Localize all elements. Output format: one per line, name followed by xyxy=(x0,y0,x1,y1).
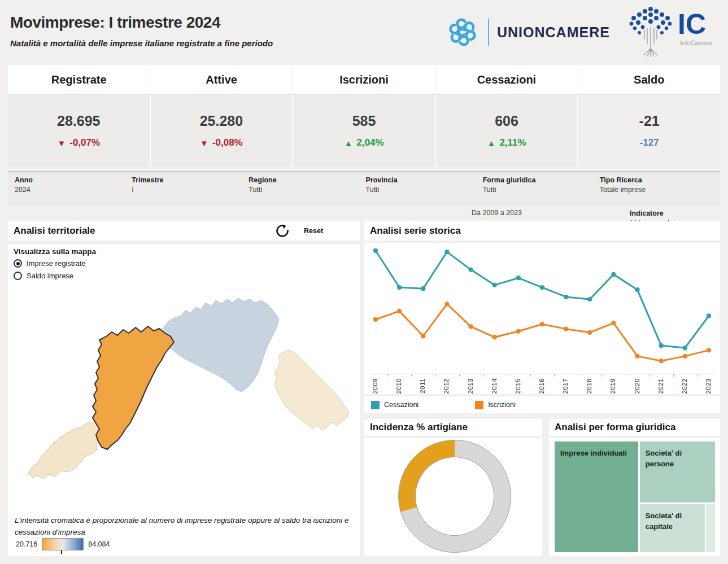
map-province-genova[interactable] xyxy=(162,298,279,392)
legend-item-iscrizioni[interactable]: Iscrizioni xyxy=(475,401,516,409)
down-arrow-icon: ▼ xyxy=(57,138,66,148)
filter-label: Anno xyxy=(15,176,130,184)
filter-value[interactable]: Tutti xyxy=(483,186,599,194)
kpi-card-iscrizioni: 585 ▲2,04% xyxy=(293,95,435,167)
donut-hole xyxy=(415,457,494,536)
kpi-card-registrate: 28.695 ▼-0,07% xyxy=(8,95,150,167)
reset-button[interactable] xyxy=(271,220,294,242)
iscrizioni-swatch-icon xyxy=(475,401,483,409)
x-axis-tick-label: 2017 xyxy=(562,378,569,394)
x-axis-tick-label: 2015 xyxy=(515,378,521,394)
x-axis-tick xyxy=(411,374,412,377)
treemap-cell-label: Societa' di capitale xyxy=(646,511,682,531)
filter-value[interactable]: Tutti xyxy=(366,186,482,194)
kpi-value: 606 xyxy=(495,113,518,129)
kpi-card-cessazioni: 606 ▲2,11% xyxy=(436,95,578,167)
color-scale-legend: 20.716 84.084 xyxy=(16,538,110,550)
kpi-delta: ▼-0,07% xyxy=(57,137,100,148)
x-axis-tick xyxy=(459,374,460,377)
page-title: Movimprese: I trimestre 2024 xyxy=(10,14,220,32)
filter-value[interactable]: I xyxy=(132,186,247,194)
kpi-value: -21 xyxy=(639,113,660,129)
x-axis-tick-label: 2013 xyxy=(467,378,474,394)
filter-value[interactable]: 2024 xyxy=(15,186,130,194)
x-axis-tick-label: 2023 xyxy=(705,378,712,394)
infocamere-ic-wordmark: IC xyxy=(678,8,706,41)
kpi-value: 25.280 xyxy=(200,113,243,129)
page-subtitle: Natalità e mortalità delle imprese itali… xyxy=(10,38,273,48)
unioncamere-wordmark: UNIONCAMERE xyxy=(497,24,610,41)
kpi-header-registrate: Registrate xyxy=(8,65,150,94)
x-axis-tick-label: 2014 xyxy=(491,378,498,394)
x-axis-tick xyxy=(507,374,507,377)
cessazioni-swatch-icon xyxy=(371,401,380,409)
x-axis-tick xyxy=(626,374,626,377)
infocamere-tree-icon xyxy=(626,5,675,59)
donut-card xyxy=(364,438,542,556)
liguria-map xyxy=(11,285,356,510)
x-axis-tick xyxy=(483,374,483,377)
treemap-chart: Imprese individuali Societa' di persone … xyxy=(555,441,715,552)
x-axis-tick xyxy=(387,374,388,377)
kpi-header-iscrizioni: Iscrizioni xyxy=(293,65,435,94)
radio-imprese-registrate[interactable]: Imprese registrate xyxy=(14,259,86,268)
treemap-cell-societa-di-capitale[interactable]: Societa' di capitale xyxy=(640,504,705,552)
treemap-title: Analisi per forma giuridica xyxy=(549,422,675,433)
treemap-cell-imprese-individuali[interactable]: Imprese individuali xyxy=(555,441,638,552)
radio-label: Imprese registrate xyxy=(27,259,86,268)
dashboard: Movimprese: I trimestre 2024 Natalità e … xyxy=(0,0,728,564)
legend-label: Cessazioni xyxy=(384,401,419,409)
reset-label[interactable]: Reset xyxy=(304,227,323,235)
x-axis-tick xyxy=(554,374,555,377)
kpi-header-cessazioni: Cessazioni xyxy=(435,65,578,94)
kpi-header-attive: Attive xyxy=(150,65,293,94)
filter-value[interactable]: Totale imprese xyxy=(600,186,716,194)
radio-unselected-icon[interactable] xyxy=(14,272,22,280)
radio-selected-icon[interactable] xyxy=(14,259,22,268)
x-axis-tick-label: 2018 xyxy=(586,378,592,394)
kpi-value-row: 28.695 ▼-0,07% 25.280 ▼-0,08% 585 ▲2,04%… xyxy=(8,95,720,167)
filter-provincia: Provincia Tutti xyxy=(365,176,482,205)
kpi-delta: -127 xyxy=(640,137,659,148)
unioncamere-icon xyxy=(445,15,480,50)
x-axis-tick xyxy=(601,374,602,377)
unioncamere-logo: UNIONCAMERE xyxy=(445,15,610,50)
kpi-delta: ▲2,11% xyxy=(487,137,526,148)
treemap-cell-label: Societa' di persone xyxy=(646,449,682,468)
x-axis-tick xyxy=(530,374,531,377)
legend-item-cessazioni[interactable]: Cessazioni xyxy=(371,401,419,409)
radio-saldo-imprese[interactable]: Saldo imprese xyxy=(14,272,73,280)
x-axis-tick-label: 2011 xyxy=(419,378,426,394)
filter-value[interactable]: Tutti xyxy=(249,186,364,194)
range-note: Da 2009 a 2023 xyxy=(472,209,522,217)
map-footnote: L'intensità cromatica è proporzionale al… xyxy=(15,515,354,539)
treemap-title-bar: Analisi per forma giuridica xyxy=(549,419,720,436)
treemap-bottom-row: Societa' di capitale xyxy=(640,504,715,552)
x-axis-tick-label: 2009 xyxy=(372,378,378,394)
gradient-tick xyxy=(61,550,62,554)
treemap-cell-societa-di-persone[interactable]: Societa' di persone xyxy=(640,441,715,502)
filter-label: Trimestre xyxy=(132,176,247,184)
filter-label: Regione xyxy=(249,176,364,184)
timeseries-legend: Cessazioni Iscrizioni xyxy=(364,396,720,413)
filter-label: Provincia xyxy=(366,176,482,184)
donut-title: Incidenza % artigiane xyxy=(364,422,468,433)
map-province-laspezia[interactable] xyxy=(274,350,349,430)
treemap-cell-altre[interactable] xyxy=(706,504,715,552)
kpi-value: 28.695 xyxy=(57,113,100,129)
map-options-title: Visualizza sulla mappa xyxy=(14,247,96,256)
treemap-card: Imprese individuali Societa' di persone … xyxy=(549,438,720,556)
timeseries-chart[interactable] xyxy=(364,243,720,374)
kpi-header-row: Registrate Attive Iscrizioni Cessazioni … xyxy=(8,65,720,95)
map-province-imperia[interactable] xyxy=(28,422,106,479)
timeseries-title: Analisi serie storica xyxy=(364,225,461,237)
treemap-cell-label: Imprese individuali xyxy=(560,449,627,457)
down-arrow-icon: ▼ xyxy=(200,138,208,148)
legend-min-value: 20.716 xyxy=(16,540,37,548)
donut-chart[interactable] xyxy=(398,440,511,553)
x-axis-tick xyxy=(649,374,650,377)
legend-max-value: 84.084 xyxy=(88,540,110,548)
reset-icon xyxy=(275,224,290,238)
map-province-savona[interactable] xyxy=(93,326,174,449)
x-axis-tick-label: 2016 xyxy=(538,378,545,394)
